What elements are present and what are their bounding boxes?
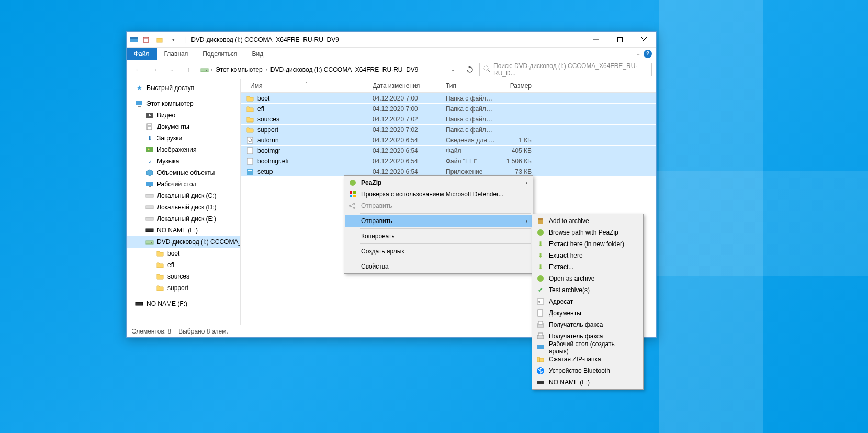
- file-date: 04.12.2020 7:00: [368, 105, 442, 113]
- folder-icon: [246, 126, 254, 134]
- tree-videos[interactable]: Видео: [127, 109, 240, 121]
- menu-copy[interactable]: Копировать: [345, 230, 532, 242]
- menu-properties[interactable]: Свойства: [345, 261, 532, 272]
- menu-fax-1[interactable]: Получатель факса: [533, 319, 642, 330]
- menu-open-archive[interactable]: Open as archive: [533, 273, 642, 284]
- tree-downloads[interactable]: ⬇Загрузки: [127, 132, 240, 144]
- file-date: 04.12.2020 7:02: [368, 126, 442, 134]
- menu-defender[interactable]: Проверка с использованием Microsoft Defe…: [345, 188, 532, 200]
- tab-share[interactable]: Поделиться: [195, 48, 244, 60]
- file-row[interactable]: setup04.12.2020 6:54Приложение73 КБ: [241, 166, 656, 176]
- tree-local-c[interactable]: Локальный диск (C:): [127, 190, 240, 202]
- file-row[interactable]: bootmgr04.12.2020 6:54Файл405 КБ: [241, 145, 656, 156]
- nav-recent-dropdown[interactable]: ⌄: [164, 62, 179, 77]
- tree-pictures[interactable]: Изображения: [127, 144, 240, 156]
- file-row[interactable]: bootmgr.efi04.12.2020 6:54Файл "EFI"1 50…: [241, 156, 656, 166]
- file-name: setup: [257, 168, 273, 175]
- maximize-button[interactable]: [608, 32, 632, 48]
- menu-noname-drive[interactable]: NO NAME (F:): [533, 376, 642, 388]
- menu-sendto[interactable]: Отправить›: [345, 215, 532, 227]
- tab-home[interactable]: Главная: [157, 48, 196, 60]
- menu-test-archive[interactable]: ✔Test archive(s): [533, 284, 642, 296]
- svg-rect-36: [247, 169, 253, 175]
- column-type[interactable]: Тип: [442, 82, 499, 90]
- tab-file[interactable]: Файл: [127, 48, 157, 60]
- close-button[interactable]: [632, 32, 656, 48]
- qat-new-folder[interactable]: [154, 34, 165, 46]
- address-dropdown-icon[interactable]: ⌄: [447, 66, 458, 72]
- tree-3d-objects[interactable]: Объемные объекты: [127, 167, 240, 179]
- menu-peazip[interactable]: PeaZip›: [345, 177, 532, 188]
- file-name: efi: [257, 105, 264, 113]
- menu-extract-new-folder[interactable]: ⬇Extract here (in new folder): [533, 238, 642, 250]
- menu-documents[interactable]: Документы: [533, 307, 642, 319]
- tree-this-pc[interactable]: Этот компьютер: [127, 98, 240, 109]
- tree-local-d[interactable]: Локальный диск (D:): [127, 202, 240, 213]
- menu-add-archive[interactable]: Add to archive: [533, 215, 642, 227]
- file-row[interactable]: efi04.12.2020 7:00Папка с файлами: [241, 103, 656, 114]
- svg-rect-27: [146, 217, 153, 220]
- refresh-button[interactable]: [463, 63, 477, 76]
- chevron-right-icon[interactable]: ›: [211, 67, 212, 72]
- svg-rect-20: [146, 147, 153, 152]
- menu-extract-here[interactable]: ⬇Extract here: [533, 250, 642, 261]
- menu-desktop-shortcut[interactable]: Рабочий стол (создать ярлык): [533, 342, 642, 353]
- address-bar[interactable]: › Этот компьютер › DVD-дисковод (I:) CCC…: [198, 63, 460, 76]
- ribbon-expand-icon[interactable]: ⌄: [636, 51, 640, 57]
- file-name: autorun: [257, 137, 279, 144]
- tree-folder-boot[interactable]: boot: [127, 248, 240, 259]
- qat-dropdown[interactable]: ▾: [167, 34, 179, 46]
- tree-folder-support[interactable]: support: [127, 282, 240, 294]
- archive-icon: [536, 217, 545, 225]
- tree-noname-f[interactable]: NO NAME (F:): [127, 225, 240, 236]
- tree-dvd-drive[interactable]: DVD-дисковод (I:) CCCOMA_: [127, 236, 240, 248]
- menu-zip-folder[interactable]: Сжатая ZIP-папка: [533, 353, 642, 365]
- file-type: Папка с файлами: [442, 126, 499, 134]
- qat-properties[interactable]: [140, 34, 152, 46]
- file-row[interactable]: support04.12.2020 7:02Папка с файлами: [241, 124, 656, 135]
- folder-icon: [156, 249, 164, 258]
- file-date: 04.12.2020 6:54: [368, 147, 442, 154]
- extract-icon: ⬇: [536, 251, 545, 260]
- search-input[interactable]: Поиск: DVD-дисковод (I:) CCCOMA_X64FRE_R…: [479, 63, 652, 76]
- help-button[interactable]: ?: [644, 50, 652, 58]
- tree-desktop[interactable]: Рабочий стол: [127, 179, 240, 190]
- menu-bluetooth[interactable]: Устройство Bluetooth: [533, 365, 642, 376]
- file-row[interactable]: sources04.12.2020 7:02Папка с файлами: [241, 114, 656, 124]
- menu-create-shortcut[interactable]: Создать ярлык: [345, 246, 532, 257]
- svg-point-43: [349, 205, 351, 207]
- menu-browse-peazip[interactable]: Browse path with PeaZip: [533, 227, 642, 238]
- file-row[interactable]: autorun04.12.2020 6:54Сведения для уст..…: [241, 135, 656, 145]
- tree-folder-efi[interactable]: efi: [127, 259, 240, 271]
- tree-quick-access[interactable]: ★Быстрый доступ: [127, 82, 240, 94]
- desktop-icon: [536, 343, 545, 352]
- tree-folder-sources[interactable]: sources: [127, 271, 240, 282]
- nav-forward[interactable]: →: [148, 62, 162, 77]
- tree-music[interactable]: ♪Музыка: [127, 156, 240, 167]
- shield-icon: [348, 190, 357, 198]
- tree-noname-f-bottom[interactable]: NO NAME (F:): [127, 298, 240, 309]
- column-date[interactable]: Дата изменения: [368, 82, 442, 90]
- nav-back[interactable]: ←: [131, 62, 145, 77]
- file-row[interactable]: boot04.12.2020 7:00Папка с файлами: [241, 93, 656, 103]
- column-size[interactable]: Размер: [499, 82, 536, 90]
- peazip-icon: [536, 228, 545, 237]
- breadcrumb-root[interactable]: Этот компьютер: [215, 66, 264, 73]
- menu-extract[interactable]: ⬇Extract...: [533, 261, 642, 273]
- menu-addressee[interactable]: Адресат: [533, 296, 642, 307]
- svg-rect-52: [538, 310, 543, 316]
- tree-documents[interactable]: Документы: [127, 121, 240, 132]
- nav-up[interactable]: ↑: [181, 62, 196, 77]
- tab-view[interactable]: Вид: [244, 48, 270, 60]
- svg-rect-1: [130, 37, 138, 39]
- column-name[interactable]: Имя⌃: [241, 82, 368, 90]
- tree-local-e[interactable]: Локальный диск (E:): [127, 213, 240, 225]
- breadcrumb-drive[interactable]: DVD-дисковод (I:) CCCOMA_X64FRE_RU-RU_DV…: [269, 66, 420, 73]
- documents-icon: [536, 309, 545, 317]
- svg-point-30: [151, 242, 152, 243]
- minimize-button[interactable]: [584, 32, 608, 48]
- menu-separator: [360, 228, 531, 229]
- ribbon-tabs: Файл Главная Поделиться Вид ⌄ ?: [127, 48, 656, 60]
- svg-line-12: [488, 70, 490, 72]
- chevron-right-icon[interactable]: ›: [266, 67, 267, 72]
